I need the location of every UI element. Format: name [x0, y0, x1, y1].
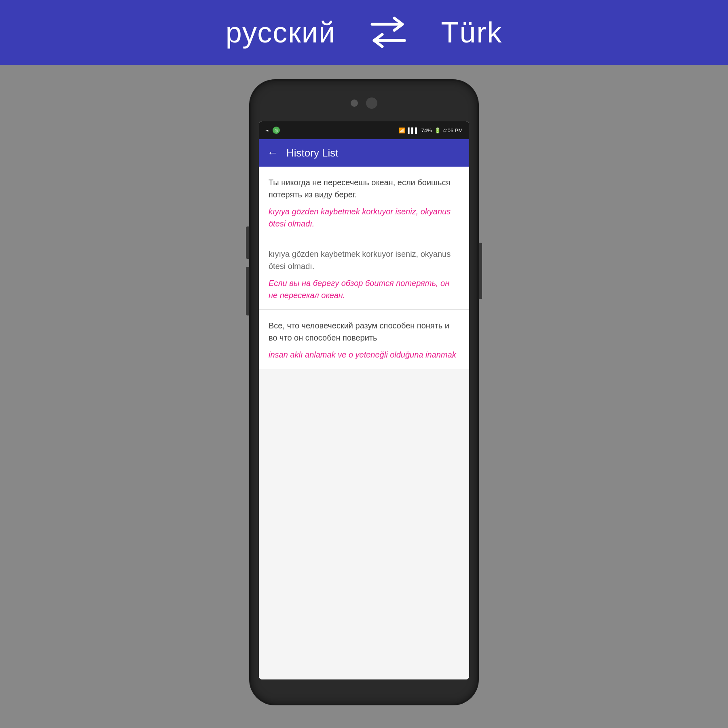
back-button[interactable]: ← [267, 146, 278, 159]
status-right-info: 📶 ▌▌▌ 74% 🔋 4:06 PM [399, 127, 463, 133]
battery-icon: 🔋 [434, 127, 441, 133]
list-item[interactable]: Все, что человеческий разум способен пон… [259, 310, 469, 369]
phone-top-bezel [251, 89, 477, 117]
translation-text-1: kıyıya gözden kaybetmek korkuyor iseniz,… [269, 205, 459, 230]
list-item[interactable]: Ты никогда не пересечешь океан, если бои… [259, 167, 469, 238]
source-language-label: русский [226, 16, 336, 49]
app-title-bar: ← History List [259, 139, 469, 167]
signal-bars: ▌▌▌ [408, 127, 419, 133]
usb-icon: ⌁ [265, 127, 269, 134]
status-left-icons: ⌁ ◎ [265, 127, 280, 134]
wifi-icon: 📶 [399, 127, 405, 133]
target-language-label: Türk [441, 16, 502, 49]
translation-text-2: Если вы на берегу обзор боится потерять,… [269, 277, 459, 301]
earpiece-speaker [366, 97, 377, 109]
volume-up-button [246, 226, 251, 259]
clock: 4:06 PM [443, 127, 463, 133]
page-title: History List [286, 147, 339, 159]
status-bar: ⌁ ◎ 📶 ▌▌▌ 74% 🔋 4:06 PM [259, 121, 469, 139]
top-language-bar: русский Türk [0, 0, 728, 65]
swap-languages-button[interactable] [368, 14, 408, 51]
phone-mockup: ⌁ ◎ 📶 ▌▌▌ 74% 🔋 4:06 PM ← History List Т… [251, 81, 477, 712]
original-text-2: kıyıya gözden kaybetmek korkuyor iseniz,… [269, 248, 459, 272]
history-list: Ты никогда не пересечешь океан, если бои… [259, 167, 469, 679]
translation-text-3: insan aklı anlamak ve o yeteneğli olduğu… [269, 349, 459, 361]
battery-percentage: 74% [421, 127, 432, 133]
phone-screen: ⌁ ◎ 📶 ▌▌▌ 74% 🔋 4:06 PM ← History List Т… [259, 121, 469, 679]
list-item[interactable]: kıyıya gözden kaybetmek korkuyor iseniz,… [259, 238, 469, 310]
original-text-1: Ты никогда не пересечешь океан, если бои… [269, 176, 459, 201]
volume-down-button [246, 267, 251, 315]
location-icon: ◎ [273, 127, 280, 134]
original-text-3: Все, что человеческий разум способен пон… [269, 320, 459, 344]
front-camera [351, 99, 358, 107]
power-button [477, 243, 482, 299]
